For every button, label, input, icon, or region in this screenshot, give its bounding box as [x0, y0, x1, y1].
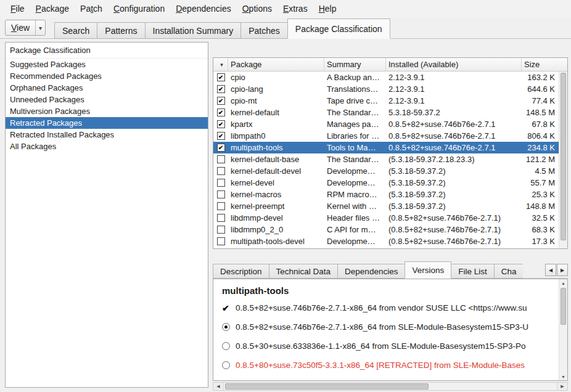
- menu-item-options[interactable]: Options: [237, 0, 277, 17]
- version-row[interactable]: 0.8.5+80+suse.73c50f5-3.3.1-x86_64 [RETR…: [213, 356, 567, 375]
- classification-header[interactable]: Package Classification: [6, 43, 208, 59]
- cell-installed: 2.12-3.9.1: [386, 84, 522, 94]
- menu-item-package[interactable]: Package: [30, 0, 75, 17]
- cell-status: ✔: [213, 85, 228, 93]
- view-menu-button[interactable]: View ▾: [5, 20, 46, 36]
- detail-horizontal-scrollbar[interactable]: ◀ ▶: [213, 382, 568, 391]
- table-row[interactable]: kernel-default-devel Developme… (5.3.18-…: [213, 165, 559, 177]
- sidebar-item-orphaned-packages[interactable]: Orphaned Packages: [6, 82, 208, 94]
- menu-label: ptions: [249, 4, 272, 14]
- tab-patterns[interactable]: Patterns: [97, 22, 145, 39]
- sidebar-item-recommended-packages[interactable]: Recommended Packages: [6, 70, 208, 82]
- table-row[interactable]: ✔ kernel-default The Standar… 5.3.18-59.…: [213, 107, 559, 118]
- cell-package: kernel-default-devel: [228, 166, 324, 176]
- menu-item-patch[interactable]: Patch: [75, 0, 108, 17]
- version-row[interactable]: 0.8.5+82+suse.746b76e-2.7.1-x86_64 from …: [213, 317, 567, 337]
- cell-status: ✔: [213, 120, 228, 128]
- tab-patches[interactable]: Patches: [240, 22, 288, 39]
- sidebar-item-multiversion-packages[interactable]: Multiversion Packages: [6, 105, 208, 117]
- tab-technical-data[interactable]: Technical Data: [269, 264, 339, 279]
- table-row[interactable]: libdmmp-devel Header files … (0.8.5+82+s…: [213, 212, 559, 224]
- sidebar-item-unneeded-packages[interactable]: Unneeded Packages: [6, 94, 208, 105]
- sidebar-item-retracted-installed-packages[interactable]: Retracted Installed Packages: [6, 129, 208, 141]
- sidebar-item-retracted-packages[interactable]: Retracted Packages: [6, 117, 208, 129]
- cell-package: libdmmp0_2_0: [228, 225, 324, 234]
- column-header-package[interactable]: Package: [228, 58, 324, 71]
- table-row[interactable]: ✔ libmpath0 Libraries for … 0.8.5+82+sus…: [213, 130, 559, 142]
- cell-installed: (5.3.18-59.37.2.18.23.3): [386, 155, 522, 164]
- sidebar-item-suggested-packages[interactable]: Suggested Packages: [6, 59, 208, 70]
- table-row-selected[interactable]: ✔ multipath-tools Tools to Ma… 0.8.5+82+…: [213, 142, 559, 153]
- radio-unselected-icon[interactable]: [222, 342, 230, 350]
- tab-package-classification[interactable]: Package Classification: [287, 18, 390, 39]
- table-row[interactable]: multipath-tools-devel Developme… (0.8.5+…: [213, 235, 559, 247]
- checkbox-unchecked[interactable]: [217, 237, 225, 245]
- column-header-size[interactable]: Size: [522, 58, 567, 71]
- cell-package: libmpath0: [228, 131, 324, 141]
- table-row[interactable]: kernel-default-base The Standar… (5.3.18…: [213, 153, 559, 165]
- scroll-right-icon[interactable]: ▶: [557, 383, 567, 390]
- tab-changelog[interactable]: Cha: [494, 264, 524, 279]
- detail-vertical-scrollbar[interactable]: ▲ ▼: [559, 279, 567, 380]
- checkbox-checked[interactable]: ✔: [217, 108, 225, 116]
- checkbox-unchecked[interactable]: [217, 190, 225, 198]
- tab-search[interactable]: Search: [54, 22, 97, 39]
- scrollbar-thumb[interactable]: [561, 288, 566, 325]
- scroll-left-icon[interactable]: ◀: [545, 264, 556, 276]
- column-header-summary[interactable]: Summary: [324, 58, 386, 71]
- table-row[interactable]: ✔ kpartx Manages pa… 0.8.5+82+suse.746b7…: [213, 118, 559, 130]
- tab-dependencies[interactable]: Dependencies: [337, 264, 405, 279]
- table-row[interactable]: kernel-macros RPM macro… (5.3.18-59.37.2…: [213, 189, 559, 200]
- cell-status: ✔: [213, 132, 228, 140]
- tab-versions[interactable]: Versions: [405, 261, 451, 279]
- tab-file-list[interactable]: File List: [451, 264, 495, 279]
- cell-summary: RPM macro…: [324, 190, 386, 199]
- table-row[interactable]: kernel-preempt Kernel with … (5.3.18-59.…: [213, 200, 559, 212]
- table-row[interactable]: libdmmp0_2_0 C API for m… (0.8.5+82+suse…: [213, 224, 559, 235]
- cell-summary: The Standar…: [324, 155, 386, 164]
- column-header-status[interactable]: ▾: [213, 58, 228, 71]
- checkbox-checked[interactable]: ✔: [217, 132, 225, 140]
- scroll-up-icon[interactable]: ▲: [559, 279, 567, 287]
- version-row[interactable]: ✔ 0.8.5+82+suse.746b76e-2.7.1-x86_64 fro…: [213, 298, 567, 317]
- menu-item-help[interactable]: Help: [313, 0, 342, 17]
- checkbox-unchecked[interactable]: [217, 226, 225, 234]
- checkbox-unchecked[interactable]: [217, 214, 225, 222]
- cell-summary: Libraries for …: [324, 131, 386, 141]
- checkbox-checked[interactable]: ✔: [217, 97, 225, 105]
- column-header-installed[interactable]: Installed (Available): [386, 58, 522, 71]
- cell-size: 148.5 M: [522, 108, 559, 117]
- version-text-retracted: 0.8.5+80+suse.73c50f5-3.3.1-x86_64 [RETR…: [236, 361, 567, 370]
- table-row[interactable]: ✔ cpio-mt Tape drive c… 2.12-3.9.1 77.4 …: [213, 95, 559, 107]
- menu-item-configuration[interactable]: Configuration: [108, 0, 170, 17]
- version-row[interactable]: 0.8.5+30+suse.633836e-1.1-x86_64 from SL…: [213, 337, 567, 356]
- scroll-down-icon[interactable]: ▼: [559, 373, 567, 380]
- table-row[interactable]: kernel-devel Developme… (5.3.18-59.37.2)…: [213, 177, 559, 189]
- menu-item-file[interactable]: File: [5, 0, 30, 17]
- table-row[interactable]: ✔ cpio A Backup an… 2.12-3.9.1 163.2 K: [213, 71, 559, 83]
- scroll-left-icon[interactable]: ◀: [213, 383, 224, 390]
- checkbox-unchecked[interactable]: [217, 167, 225, 175]
- checkbox-unchecked[interactable]: [217, 202, 225, 210]
- scrollbar-thumb[interactable]: [561, 73, 566, 240]
- tab-description[interactable]: Description: [213, 264, 269, 279]
- cell-summary: C API for m…: [324, 225, 386, 234]
- menu-item-extras[interactable]: Extras: [277, 0, 313, 17]
- scrollbar-thumb[interactable]: [225, 383, 429, 390]
- radio-unselected-icon[interactable]: [222, 361, 230, 369]
- checkbox-checked[interactable]: ✔: [217, 120, 225, 128]
- table-row[interactable]: ✔ cpio-lang Translations… 2.12-3.9.1 644…: [213, 83, 559, 95]
- cell-summary: The Standar…: [324, 108, 386, 117]
- scrollbar-track[interactable]: [224, 383, 557, 390]
- checkbox-checked[interactable]: ✔: [217, 73, 225, 81]
- checkbox-unchecked[interactable]: [217, 179, 225, 187]
- table-vertical-scrollbar[interactable]: [559, 71, 567, 248]
- checkbox-checked[interactable]: ✔: [217, 144, 225, 152]
- sidebar-item-all-packages[interactable]: All Packages: [6, 141, 208, 152]
- checkbox-unchecked[interactable]: [217, 155, 225, 163]
- radio-selected-icon[interactable]: [222, 323, 230, 331]
- scroll-right-icon[interactable]: ▶: [557, 264, 568, 276]
- tab-installation-summary[interactable]: Installation Summary: [145, 22, 242, 39]
- checkbox-checked[interactable]: ✔: [217, 85, 225, 93]
- menu-item-dependencies[interactable]: Dependencies: [170, 0, 237, 17]
